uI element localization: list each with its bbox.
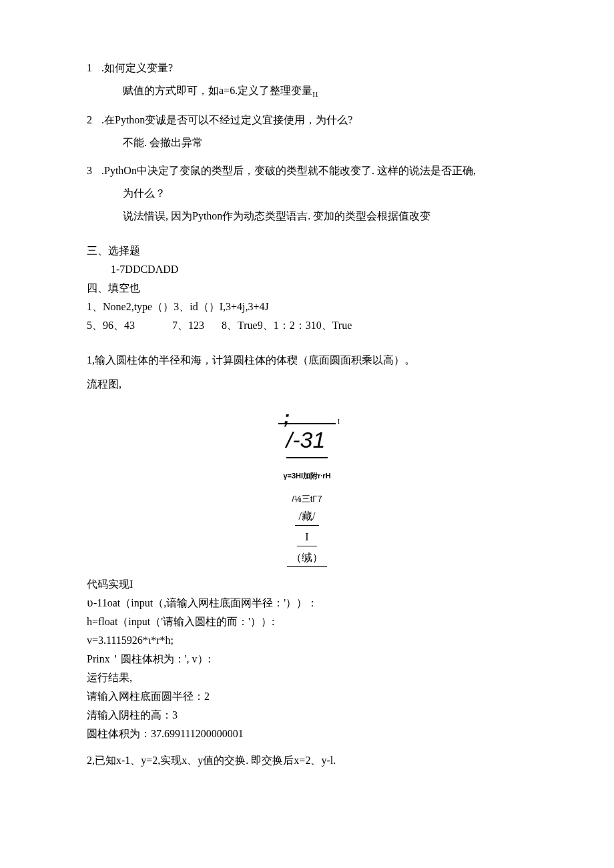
section3-head: 三、选择题 bbox=[87, 243, 527, 259]
question-2: 2 .在Python变诚是否可以不经过定义宜接使用，为什么? 不能. 会撤出异常 bbox=[87, 112, 527, 151]
diagram-i: I bbox=[297, 528, 316, 546]
result-head: 运行结果, bbox=[87, 670, 527, 686]
question-3: 3 .PythOn中决定了变鼠的类型后，变破的类型就不能改变了. 这样的说法是否… bbox=[87, 163, 527, 224]
result-3: 圆柱体积为：37.699111200000001 bbox=[87, 726, 527, 742]
code-l2: h=float（input（'请输入圆柱的而：'））: bbox=[87, 614, 527, 630]
diagram-formula: γ=3Hl加附r·rH bbox=[87, 470, 527, 482]
section3-answers: 1-7DDCDΛDD bbox=[111, 262, 527, 278]
q3-answer1: 为什么？ bbox=[123, 185, 527, 201]
q2-text: .在Python变诚是否可以不经过定义宜接使用，为什么? bbox=[101, 112, 352, 128]
section4-line1: 1、None2,type（）3、id（）I,3+4j,3+4J bbox=[87, 299, 527, 315]
program-desc: 1,输入圆柱体的半径和海，计算圆柱体的体稧（底面圆面积乘以高）。 bbox=[87, 352, 527, 368]
q1-text: .如何定义变量? bbox=[101, 60, 173, 76]
diagram-box1: /藏/ bbox=[295, 508, 320, 526]
q2-number: 2 bbox=[87, 112, 101, 128]
result-1: 请输入网柱底面圆半径：2 bbox=[87, 689, 527, 705]
code-l1: ʋ-11oat（input（,谙输入网柱底面网半径：'））： bbox=[87, 595, 527, 611]
q3-answer2: 说法惜误, 因为Python作为动态类型语吉. 变加的类型会根据值改变 bbox=[123, 208, 527, 224]
diagram-tick: I bbox=[338, 416, 340, 426]
code-l3: v=3.1115926*ι*r*h; bbox=[87, 632, 527, 648]
flowchart-label: 流程图, bbox=[87, 376, 527, 392]
code-l4: Prinx＇圆柱体枳为：', v）: bbox=[87, 651, 527, 667]
code-block: 代码实现I ʋ-11oat（input（,谙输入网柱底面网半径：'））： h=f… bbox=[87, 576, 527, 742]
q3-number: 3 bbox=[87, 163, 101, 179]
diagram-semicolon: ; bbox=[278, 412, 336, 424]
diagram-31: /-31 bbox=[286, 423, 328, 458]
q3-line: 3 .PythOn中决定了变鼠的类型后，变破的类型就不能改变了. 这样的说法是否… bbox=[87, 163, 527, 179]
section4-line2: 5、96、43 7、123 8、True9、1：2：310、True bbox=[87, 318, 527, 334]
q3-text: .PythOn中决定了变鼠的类型后，变破的类型就不能改变了. 这样的说法是否正确… bbox=[101, 163, 476, 179]
code-head: 代码实现I bbox=[87, 576, 527, 592]
q2-line: 2 .在Python变诚是否可以不经过定义宜接使用，为什么? bbox=[87, 112, 527, 128]
question-1: 1 .如何定义变量? 赋值的方式即可，如a=6.定义了整理变量I1 bbox=[87, 60, 527, 100]
q1-answer: 赋值的方式即可，如a=6.定义了整理变量I1 bbox=[123, 83, 527, 100]
q1-line: 1 .如何定义变量? bbox=[87, 60, 527, 76]
flowchart-diagram: ; I /-31 γ=3Hl加附r·rH /⅛三tΓ7 /藏/ I （缄） bbox=[87, 412, 527, 568]
q2-answer: 不能. 会撤出异常 bbox=[123, 135, 527, 151]
diagram-top: ; I /-31 bbox=[278, 412, 336, 459]
problem-2: 2,已知x-1、y=2,实现x、y值的交换. 即交换后x=2、y-l. bbox=[87, 753, 527, 769]
document-page: 1 .如何定义变量? 赋值的方式即可，如a=6.定义了整理变量I1 2 .在Py… bbox=[0, 0, 614, 835]
result-2: 清输入阴柱的高：3 bbox=[87, 707, 527, 723]
q1-number: 1 bbox=[87, 60, 101, 76]
diagram-box2: （缄） bbox=[287, 549, 327, 567]
section4-head: 四、填空也 bbox=[87, 280, 527, 296]
diagram-mid: /⅛三tΓ7 bbox=[87, 492, 527, 506]
